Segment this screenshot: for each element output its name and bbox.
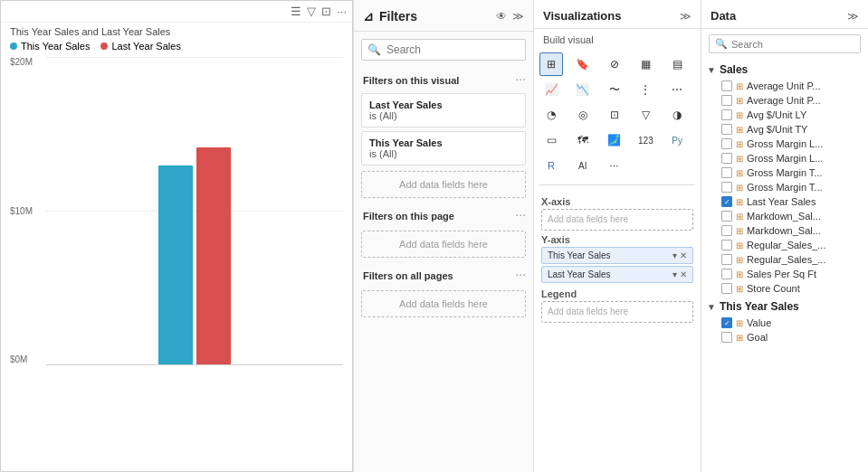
- tree-item-markdown-1[interactable]: ⊞ Markdown_Sal...: [701, 223, 868, 238]
- chip-dropdown-icon[interactable]: ▾: [672, 250, 677, 260]
- more-icon[interactable]: ···: [337, 5, 347, 18]
- viz-icon-map[interactable]: 🗺: [571, 128, 595, 152]
- chip-1-remove-icon[interactable]: ✕: [680, 269, 687, 279]
- viz-icon-ribbon[interactable]: 〜: [603, 78, 626, 101]
- viz-xaxis-box[interactable]: Add data fields here: [541, 209, 693, 231]
- viz-icon-funnel[interactable]: ▽: [634, 103, 657, 127]
- tree-item-store-count[interactable]: ⊞ Store Count: [701, 281, 868, 296]
- filters-all-pages-dots[interactable]: ···: [515, 267, 533, 281]
- tree-checkbox-value[interactable]: ✓: [721, 317, 732, 328]
- tree-checkbox-avg-unit-ty[interactable]: [721, 124, 732, 135]
- eye-icon[interactable]: 👁: [496, 10, 507, 23]
- viz-header-icons: ≫: [680, 10, 692, 23]
- viz-icon-123[interactable]: 123: [634, 128, 657, 152]
- tree-item-regular-0[interactable]: ⊞ Regular_Sales_...: [701, 238, 868, 252]
- chip-remove-icon[interactable]: ✕: [680, 250, 687, 260]
- tree-checkbox-gross-margin-1[interactable]: [721, 153, 732, 164]
- filters-page-dots[interactable]: ···: [515, 207, 533, 222]
- viz-icon-filled-map[interactable]: 🗾: [603, 128, 626, 152]
- tree-item-regular-1[interactable]: ⊞ Regular_Sales_...: [701, 252, 868, 267]
- tree-checkbox-gross-margin-0[interactable]: [721, 138, 732, 149]
- viz-icon-treemap[interactable]: ⊡: [603, 103, 626, 127]
- add-fields-visual-btn[interactable]: Add data fields here: [361, 171, 526, 198]
- viz-icon-line[interactable]: 📈: [539, 78, 563, 101]
- viz-icon-col[interactable]: ▤: [665, 52, 689, 76]
- tree-checkbox-markdown-0[interactable]: [721, 211, 732, 222]
- tree-group-sales-header[interactable]: ▼ Sales: [701, 61, 868, 79]
- tree-checkbox-store-count[interactable]: [721, 283, 732, 294]
- filter-card-last-year[interactable]: Last Year Sales is (All): [361, 93, 526, 127]
- tree-icon-markdown-0: ⊞: [736, 212, 743, 222]
- tree-item-avg-unit-0[interactable]: ⊞ Average Unit P...: [701, 79, 868, 93]
- tree-item-gross-margin-1[interactable]: ⊞ Gross Margin L...: [701, 151, 868, 165]
- viz-icon-table[interactable]: ⊞: [539, 52, 563, 76]
- chip-1-dropdown-icon[interactable]: ▾: [672, 269, 677, 279]
- tree-checkbox-sales-per-sq-ft[interactable]: [721, 269, 732, 279]
- sales-chevron-icon: ▼: [707, 65, 716, 75]
- filters-search-box[interactable]: 🔍: [361, 39, 526, 61]
- chart-area: $20M $10M $0M: [1, 57, 352, 392]
- tree-item-goal[interactable]: ⊞ Goal: [701, 330, 868, 345]
- viz-expand-icon[interactable]: ≫: [680, 10, 692, 23]
- tree-item-gross-margin-t1[interactable]: ⊞ Gross Margin T...: [701, 180, 868, 194]
- tree-icon-goal: ⊞: [736, 333, 743, 343]
- filters-visual-dots[interactable]: ···: [515, 71, 533, 86]
- tree-item-gross-margin-0[interactable]: ⊞ Gross Margin L...: [701, 137, 868, 151]
- data-search-box[interactable]: 🔍: [709, 34, 861, 53]
- menu-icon[interactable]: ☰: [291, 5, 301, 18]
- viz-yaxis-chip-0[interactable]: This Year Sales ▾ ✕: [541, 247, 693, 264]
- tree-checkbox-gross-margin-t1[interactable]: [721, 182, 732, 193]
- expand-filters-icon[interactable]: ≫: [512, 10, 524, 23]
- tree-checkbox-gross-margin-t0[interactable]: [721, 167, 732, 178]
- tree-checkbox-markdown-1[interactable]: [721, 225, 732, 236]
- viz-icon-gauge[interactable]: ◑: [665, 103, 689, 127]
- viz-icon-matrix[interactable]: 🔖: [571, 52, 595, 76]
- data-search-input[interactable]: [731, 39, 854, 50]
- tree-checkbox-regular-0[interactable]: [721, 240, 732, 250]
- filter-icon[interactable]: ▽: [307, 5, 316, 18]
- tree-item-avg-unit-1[interactable]: ⊞ Average Unit P...: [701, 93, 868, 108]
- viz-icon-more[interactable]: ···: [603, 154, 626, 177]
- viz-icon-pie[interactable]: ◔: [539, 103, 563, 127]
- filters-search-input[interactable]: [386, 43, 520, 56]
- tree-checkbox-avg-unit-ly[interactable]: [721, 109, 732, 120]
- viz-icon-ai[interactable]: AI: [571, 154, 595, 177]
- viz-icon-card[interactable]: ▭: [539, 128, 563, 152]
- tree-group-this-year-header[interactable]: ▼ This Year Sales: [701, 297, 868, 316]
- tree-item-avg-unit-ly[interactable]: ⊞ Avg $/Unit LY: [701, 108, 868, 122]
- tree-checkbox-goal[interactable]: [721, 332, 732, 343]
- tree-item-avg-unit-ty[interactable]: ⊞ Avg $/Unit TY: [701, 122, 868, 137]
- data-search-icon: 🔍: [715, 38, 728, 50]
- viz-icon-waterfall[interactable]: ⋮: [634, 78, 657, 101]
- tree-item-value[interactable]: ✓ ⊞ Value: [701, 316, 868, 330]
- expand-icon[interactable]: ⊡: [321, 5, 331, 18]
- filter-card-this-year[interactable]: This Year Sales is (All): [361, 131, 526, 165]
- tree-text-avg-unit-ty: Avg $/Unit TY: [747, 124, 807, 135]
- tree-checkbox-last-year-sales[interactable]: ✓: [721, 196, 732, 207]
- tree-checkbox-regular-1[interactable]: [721, 254, 732, 265]
- filters-title: Filters: [379, 9, 417, 24]
- add-fields-page-btn[interactable]: Add data fields here: [361, 231, 526, 258]
- tree-text-markdown-0: Markdown_Sal...: [747, 211, 821, 222]
- viz-icon-bar[interactable]: ▦: [634, 52, 657, 76]
- data-expand-icon[interactable]: ≫: [847, 10, 859, 23]
- tree-icon-regular-1: ⊞: [736, 255, 743, 265]
- viz-icon-r[interactable]: R: [539, 154, 563, 177]
- filters-on-visual-section: Filters on this visual ··· Last Year Sal…: [354, 68, 533, 198]
- viz-yaxis-chip-1[interactable]: Last Year Sales ▾ ✕: [541, 266, 693, 283]
- tree-item-sales-per-sq-ft[interactable]: ⊞ Sales Per Sq Ft: [701, 267, 868, 281]
- tree-item-last-year-sales[interactable]: ✓ ⊞ Last Year Sales: [701, 194, 868, 209]
- viz-icon-py[interactable]: Py: [665, 128, 689, 152]
- tree-icon-store-count: ⊞: [736, 284, 743, 294]
- legend-dot-last-year: [100, 42, 108, 50]
- tree-checkbox-avg-unit-1[interactable]: [721, 95, 732, 106]
- tree-item-markdown-0[interactable]: ⊞ Markdown_Sal...: [701, 209, 868, 223]
- add-fields-all-pages-btn[interactable]: Add data fields here: [361, 290, 526, 317]
- tree-item-gross-margin-t0[interactable]: ⊞ Gross Margin T...: [701, 165, 868, 180]
- viz-icon-area[interactable]: 📉: [571, 78, 595, 101]
- viz-legend-box[interactable]: Add data fields here: [541, 301, 693, 323]
- tree-checkbox-avg-unit-0[interactable]: [721, 80, 732, 91]
- viz-icon-scatter[interactable]: ⋯: [665, 78, 689, 101]
- viz-icon-donut[interactable]: ◎: [571, 103, 595, 127]
- viz-icon-chart1[interactable]: ⊘: [603, 52, 626, 76]
